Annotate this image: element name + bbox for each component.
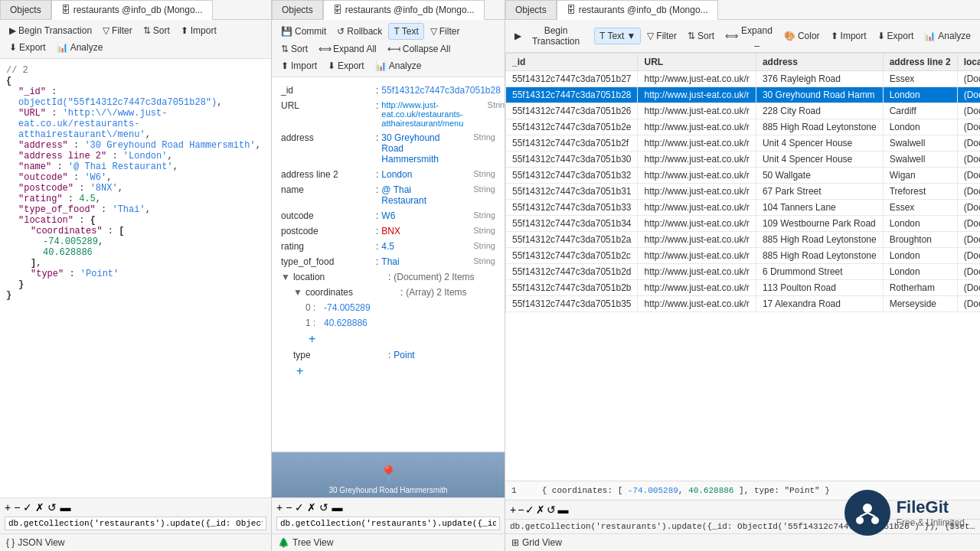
sort-btn[interactable]: ⇅ Sort	[139, 23, 175, 38]
rollback-btn[interactable]: ↺ Rollback	[332, 24, 387, 39]
confirm-btn-left[interactable]: ✓	[23, 501, 32, 514]
preview-content: { coordinates: [ -74.005289, 40.628886 ]…	[542, 486, 830, 495]
expand-all-btn[interactable]: ⟺ Expand All	[314, 41, 381, 57]
table-row[interactable]: 55f14312c7447c3da7051b30http://www.just-…	[506, 152, 981, 168]
text-btn-middle[interactable]: T Text	[388, 23, 423, 40]
table-row[interactable]: 55f14312c7447c3da7051b34http://www.just-…	[506, 216, 981, 232]
table-row[interactable]: 55f14312c7447c3da7051b33http://www.just-…	[506, 200, 981, 216]
right-tab-restaurants[interactable]: 🗄 restaurants @info_db (Mongo...	[557, 0, 718, 20]
right-tab-bar: Objects 🗄 restaurants @info_db (Mongo...	[505, 0, 980, 20]
add-coord-btn-row: +	[302, 331, 498, 347]
table-row[interactable]: 55f14312c7447c3da7051b2ehttp://www.just-…	[506, 119, 981, 135]
query-input-middle[interactable]	[276, 517, 500, 530]
text-btn-right[interactable]: T Text ▼	[594, 28, 641, 44]
sort-btn-right[interactable]: ⇅ Sort	[683, 28, 719, 44]
table-cell: (Document) 2 Fields	[957, 168, 980, 184]
table-row[interactable]: 55f14312c7447c3da7051b31http://www.just-…	[506, 184, 981, 200]
col-id[interactable]: _id	[506, 54, 638, 71]
filter-btn-middle[interactable]: ▽ Filter	[426, 24, 465, 39]
add-btn-middle[interactable]: +	[276, 501, 283, 514]
cancel-btn-middle[interactable]: ✗	[307, 501, 316, 514]
coordinates-toggle[interactable]: ▼	[293, 287, 302, 298]
add-location-btn[interactable]: +	[293, 365, 306, 377]
col-location[interactable]: location	[957, 54, 980, 71]
table-cell: London	[883, 87, 957, 103]
table-row[interactable]: 55f14312c7447c3da7051b32http://www.just-…	[506, 168, 981, 184]
confirm-btn-middle[interactable]: ✓	[295, 501, 304, 514]
begin-transaction-btn[interactable]: ▶ Begin Transaction	[5, 23, 96, 38]
export-btn-right[interactable]: ⬇ Export	[873, 28, 919, 44]
table-cell: http://www.just-eat.co.uk/r	[638, 71, 756, 87]
sort-btn-middle[interactable]: ⇅ Sort	[276, 41, 312, 57]
table-cell: (Document) 2 Fields	[957, 135, 980, 152]
table-cell: Treforest	[883, 184, 957, 200]
remove-btn-middle[interactable]: −	[286, 501, 292, 514]
confirm-btn-right[interactable]: ✓	[525, 504, 534, 516]
data-grid[interactable]: _id URL address address line 2 location …	[505, 53, 980, 481]
cancel-btn-right[interactable]: ✗	[536, 504, 545, 516]
json-view-icon: { }	[6, 537, 15, 548]
middle-tab-objects[interactable]: Objects	[272, 0, 323, 19]
table-cell: 50 Wallgate	[756, 168, 883, 184]
analyze-btn[interactable]: 📊 Analyze	[52, 40, 108, 55]
import-icon-right: ⬆	[831, 31, 838, 41]
color-btn-right[interactable]: 🎨 Color	[779, 28, 825, 44]
left-tab-restaurants[interactable]: 🗄 restaurants @info_db (Mongo...	[51, 0, 213, 20]
left-tab-objects[interactable]: Objects	[0, 0, 51, 19]
table-row[interactable]: 55f14312c7447c3da7051b35http://www.just-…	[506, 296, 981, 312]
add-btn-right[interactable]: +	[510, 504, 516, 516]
json-editor[interactable]: // 2 { "_id" : objectId("55f14312c7447c3…	[0, 59, 271, 497]
filter-btn[interactable]: ▽ Filter	[98, 23, 137, 38]
table-row[interactable]: 55f14312c7447c3da7051b2dhttp://www.just-…	[506, 264, 981, 280]
import-btn-right[interactable]: ⬆ Import	[826, 28, 871, 44]
table-row[interactable]: 55f14312c7447c3da7051b27http://www.just-…	[506, 71, 981, 87]
preview-line-num: 1	[511, 486, 517, 495]
field-row-type-of-food: type_of_food : Thai String	[278, 255, 498, 269]
analyze-btn-right[interactable]: 📊 Analyze	[920, 28, 975, 44]
add-btn-left[interactable]: +	[5, 501, 11, 514]
more-btn-right[interactable]: ▬	[557, 504, 568, 516]
col-address2[interactable]: address line 2	[883, 54, 957, 71]
svg-line-4	[867, 513, 875, 517]
filter-btn-right[interactable]: ▽ Filter	[642, 28, 681, 44]
table-row[interactable]: 55f14312c7447c3da7051b2chttp://www.just-…	[506, 248, 981, 264]
middle-tab-restaurants[interactable]: 🗄 restaurants @info_db (Mongo...	[323, 0, 485, 20]
table-cell: (Document) 2 Fields	[957, 103, 980, 119]
collapse-all-btn[interactable]: ⟻ Collapse All	[383, 41, 456, 57]
add-coord-btn[interactable]: +	[305, 333, 318, 345]
import-btn-middle[interactable]: ⬆ Import	[276, 58, 322, 73]
cancel-btn-left[interactable]: ✗	[35, 501, 44, 514]
table-cell: 17 Alexandra Road	[756, 296, 883, 312]
map-address-label: 30 Greyhound Road Hammersmith	[328, 486, 447, 494]
col-address[interactable]: address	[756, 54, 883, 71]
remove-btn-left[interactable]: −	[14, 501, 20, 514]
more-btn-left[interactable]: ▬	[60, 501, 70, 514]
grid-header-row: _id URL address address line 2 location	[506, 54, 981, 71]
import-btn[interactable]: ⬆ Import	[176, 23, 221, 38]
refresh-btn-left[interactable]: ↺	[47, 501, 57, 514]
begin-transaction-btn-right[interactable]: ▶ Begin Transaction	[510, 23, 593, 49]
location-toggle[interactable]: ▼	[281, 272, 290, 282]
table-row[interactable]: 55f14312c7447c3da7051b28http://www.just-…	[506, 87, 981, 103]
commit-btn[interactable]: 💾 Commit	[276, 24, 331, 39]
table-row[interactable]: 55f14312c7447c3da7051b26http://www.just-…	[506, 103, 981, 119]
export-btn[interactable]: ⬇ Export	[5, 40, 51, 55]
table-row[interactable]: 55f14312c7447c3da7051b2bhttp://www.just-…	[506, 280, 981, 296]
export-icon: ⬇	[9, 42, 17, 53]
col-url[interactable]: URL	[638, 54, 756, 71]
refresh-btn-middle[interactable]: ↺	[319, 501, 328, 514]
remove-btn-right[interactable]: −	[518, 504, 524, 516]
analyze-btn-middle[interactable]: 📊 Analyze	[371, 58, 426, 73]
refresh-btn-right[interactable]: ↺	[547, 504, 556, 516]
export-btn-middle[interactable]: ⬇ Export	[323, 58, 369, 73]
table-cell: 55f14312c7447c3da7051b34	[506, 216, 638, 232]
field-row-rating: rating : 4.5 String	[278, 240, 498, 253]
table-row[interactable]: 55f14312c7447c3da7051b2fhttp://www.just-…	[506, 135, 981, 152]
more-btn-middle[interactable]: ▬	[332, 501, 342, 514]
right-tab-objects[interactable]: Objects	[505, 0, 557, 19]
table-row[interactable]: 55f14312c7447c3da7051b2ahttp://www.just-…	[506, 232, 981, 248]
query-input-left[interactable]	[5, 517, 266, 530]
expand-btn-right[interactable]: ⟺ Expand _	[720, 23, 778, 49]
right-db-icon: 🗄	[567, 5, 576, 15]
field-name: "name" : '@ Thai Restaurant',	[6, 161, 265, 172]
